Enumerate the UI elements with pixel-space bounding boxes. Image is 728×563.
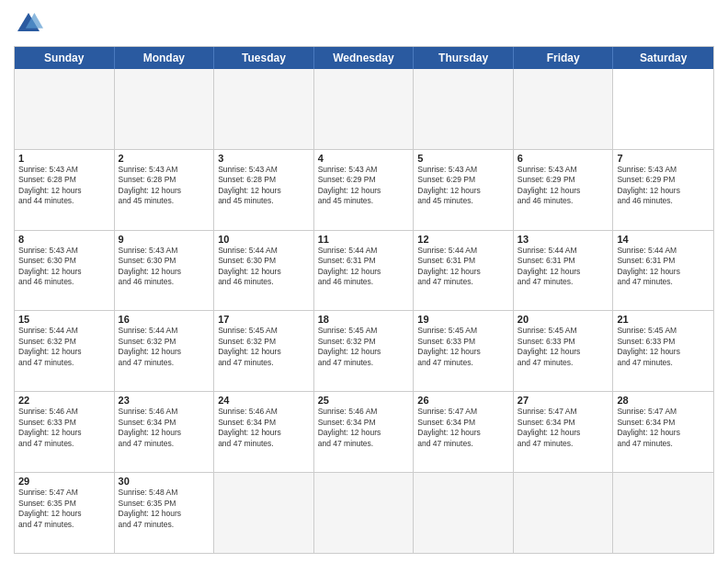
calendar-cell: 7Sunrise: 5:43 AM Sunset: 6:29 PM Daylig… bbox=[613, 150, 713, 230]
day-info: Sunrise: 5:43 AM Sunset: 6:30 PM Dayligh… bbox=[119, 246, 210, 288]
calendar-row-0 bbox=[15, 69, 713, 149]
day-number: 10 bbox=[218, 234, 310, 245]
calendar-cell bbox=[514, 473, 614, 553]
day-info: Sunrise: 5:43 AM Sunset: 6:29 PM Dayligh… bbox=[617, 165, 710, 207]
calendar-cell: 8Sunrise: 5:43 AM Sunset: 6:30 PM Daylig… bbox=[15, 231, 115, 311]
day-info: Sunrise: 5:45 AM Sunset: 6:32 PM Dayligh… bbox=[318, 326, 410, 368]
day-info: Sunrise: 5:43 AM Sunset: 6:29 PM Dayligh… bbox=[417, 165, 509, 207]
calendar-row-5: 29Sunrise: 5:47 AM Sunset: 6:35 PM Dayli… bbox=[15, 472, 713, 553]
calendar-cell: 12Sunrise: 5:44 AM Sunset: 6:31 PM Dayli… bbox=[414, 231, 514, 311]
calendar-cell: 6Sunrise: 5:43 AM Sunset: 6:29 PM Daylig… bbox=[514, 150, 614, 230]
day-info: Sunrise: 5:46 AM Sunset: 6:34 PM Dayligh… bbox=[119, 407, 210, 449]
calendar-cell: 13Sunrise: 5:44 AM Sunset: 6:31 PM Dayli… bbox=[514, 231, 614, 311]
day-number: 21 bbox=[617, 314, 710, 325]
header-day-monday: Monday bbox=[115, 47, 215, 69]
day-info: Sunrise: 5:46 AM Sunset: 6:34 PM Dayligh… bbox=[218, 407, 310, 449]
day-info: Sunrise: 5:47 AM Sunset: 6:35 PM Dayligh… bbox=[18, 488, 110, 530]
day-number: 2 bbox=[119, 153, 210, 164]
day-number: 14 bbox=[617, 234, 710, 245]
calendar-cell: 3Sunrise: 5:43 AM Sunset: 6:28 PM Daylig… bbox=[214, 150, 314, 230]
day-info: Sunrise: 5:44 AM Sunset: 6:31 PM Dayligh… bbox=[318, 246, 410, 288]
day-info: Sunrise: 5:46 AM Sunset: 6:34 PM Dayligh… bbox=[318, 407, 410, 449]
day-number: 7 bbox=[617, 153, 710, 164]
day-info: Sunrise: 5:44 AM Sunset: 6:31 PM Dayligh… bbox=[417, 246, 509, 288]
calendar-cell bbox=[15, 69, 115, 149]
day-number: 22 bbox=[18, 395, 110, 406]
calendar-cell bbox=[613, 69, 713, 149]
header bbox=[14, 9, 714, 39]
day-info: Sunrise: 5:44 AM Sunset: 6:32 PM Dayligh… bbox=[119, 326, 210, 368]
calendar-cell: 20Sunrise: 5:45 AM Sunset: 6:33 PM Dayli… bbox=[514, 311, 614, 391]
calendar-cell: 15Sunrise: 5:44 AM Sunset: 6:32 PM Dayli… bbox=[15, 311, 115, 391]
calendar-row-1: 1Sunrise: 5:43 AM Sunset: 6:28 PM Daylig… bbox=[15, 149, 713, 230]
day-number: 16 bbox=[119, 314, 210, 325]
day-number: 6 bbox=[518, 153, 609, 164]
calendar-cell bbox=[414, 473, 514, 553]
calendar-cell bbox=[414, 69, 514, 149]
day-number: 25 bbox=[318, 395, 410, 406]
day-number: 27 bbox=[518, 395, 609, 406]
day-info: Sunrise: 5:44 AM Sunset: 6:32 PM Dayligh… bbox=[18, 326, 110, 368]
day-info: Sunrise: 5:48 AM Sunset: 6:35 PM Dayligh… bbox=[119, 488, 210, 530]
calendar-cell: 24Sunrise: 5:46 AM Sunset: 6:34 PM Dayli… bbox=[214, 392, 314, 472]
day-number: 13 bbox=[518, 234, 609, 245]
calendar-cell: 5Sunrise: 5:43 AM Sunset: 6:29 PM Daylig… bbox=[414, 150, 514, 230]
calendar-cell: 30Sunrise: 5:48 AM Sunset: 6:35 PM Dayli… bbox=[115, 473, 215, 553]
calendar-cell: 1Sunrise: 5:43 AM Sunset: 6:28 PM Daylig… bbox=[15, 150, 115, 230]
calendar-body: 1Sunrise: 5:43 AM Sunset: 6:28 PM Daylig… bbox=[15, 69, 713, 553]
day-number: 12 bbox=[417, 234, 509, 245]
day-info: Sunrise: 5:43 AM Sunset: 6:28 PM Dayligh… bbox=[18, 165, 110, 207]
header-day-wednesday: Wednesday bbox=[314, 47, 415, 69]
day-number: 5 bbox=[417, 153, 509, 164]
day-number: 9 bbox=[119, 234, 210, 245]
day-number: 26 bbox=[417, 395, 509, 406]
calendar-cell bbox=[613, 473, 713, 553]
calendar-cell: 25Sunrise: 5:46 AM Sunset: 6:34 PM Dayli… bbox=[314, 392, 415, 472]
day-number: 15 bbox=[18, 314, 110, 325]
day-number: 4 bbox=[318, 153, 410, 164]
calendar-cell bbox=[514, 69, 614, 149]
calendar-cell: 27Sunrise: 5:47 AM Sunset: 6:34 PM Dayli… bbox=[514, 392, 614, 472]
day-info: Sunrise: 5:43 AM Sunset: 6:30 PM Dayligh… bbox=[18, 246, 110, 288]
day-number: 11 bbox=[318, 234, 410, 245]
day-number: 23 bbox=[119, 395, 210, 406]
day-number: 28 bbox=[617, 395, 710, 406]
calendar-cell: 2Sunrise: 5:43 AM Sunset: 6:28 PM Daylig… bbox=[115, 150, 215, 230]
day-number: 30 bbox=[119, 476, 210, 487]
calendar-cell: 19Sunrise: 5:45 AM Sunset: 6:33 PM Dayli… bbox=[414, 311, 514, 391]
day-info: Sunrise: 5:44 AM Sunset: 6:31 PM Dayligh… bbox=[518, 246, 609, 288]
calendar-header: SundayMondayTuesdayWednesdayThursdayFrid… bbox=[15, 47, 713, 69]
header-day-sunday: Sunday bbox=[15, 47, 115, 69]
day-number: 17 bbox=[218, 314, 310, 325]
day-info: Sunrise: 5:43 AM Sunset: 6:29 PM Dayligh… bbox=[518, 165, 609, 207]
header-day-thursday: Thursday bbox=[414, 47, 514, 69]
day-number: 1 bbox=[18, 153, 110, 164]
day-info: Sunrise: 5:47 AM Sunset: 6:34 PM Dayligh… bbox=[617, 407, 710, 449]
day-info: Sunrise: 5:44 AM Sunset: 6:31 PM Dayligh… bbox=[617, 246, 710, 288]
day-number: 29 bbox=[18, 476, 110, 487]
header-day-saturday: Saturday bbox=[613, 47, 713, 69]
day-number: 19 bbox=[417, 314, 509, 325]
calendar-cell: 29Sunrise: 5:47 AM Sunset: 6:35 PM Dayli… bbox=[15, 473, 115, 553]
calendar-row-4: 22Sunrise: 5:46 AM Sunset: 6:33 PM Dayli… bbox=[15, 391, 713, 472]
day-number: 24 bbox=[218, 395, 310, 406]
calendar-cell bbox=[214, 69, 314, 149]
calendar-cell: 26Sunrise: 5:47 AM Sunset: 6:34 PM Dayli… bbox=[414, 392, 514, 472]
calendar-cell: 21Sunrise: 5:45 AM Sunset: 6:33 PM Dayli… bbox=[613, 311, 713, 391]
day-info: Sunrise: 5:43 AM Sunset: 6:28 PM Dayligh… bbox=[119, 165, 210, 207]
day-info: Sunrise: 5:44 AM Sunset: 6:30 PM Dayligh… bbox=[218, 246, 310, 288]
day-info: Sunrise: 5:47 AM Sunset: 6:34 PM Dayligh… bbox=[518, 407, 609, 449]
day-info: Sunrise: 5:45 AM Sunset: 6:33 PM Dayligh… bbox=[518, 326, 609, 368]
calendar-cell: 9Sunrise: 5:43 AM Sunset: 6:30 PM Daylig… bbox=[115, 231, 215, 311]
calendar-row-3: 15Sunrise: 5:44 AM Sunset: 6:32 PM Dayli… bbox=[15, 310, 713, 391]
day-info: Sunrise: 5:45 AM Sunset: 6:33 PM Dayligh… bbox=[417, 326, 509, 368]
calendar-cell: 4Sunrise: 5:43 AM Sunset: 6:29 PM Daylig… bbox=[314, 150, 415, 230]
day-info: Sunrise: 5:43 AM Sunset: 6:29 PM Dayligh… bbox=[318, 165, 410, 207]
calendar-cell: 11Sunrise: 5:44 AM Sunset: 6:31 PM Dayli… bbox=[314, 231, 415, 311]
calendar-cell: 23Sunrise: 5:46 AM Sunset: 6:34 PM Dayli… bbox=[115, 392, 215, 472]
calendar-cell: 18Sunrise: 5:45 AM Sunset: 6:32 PM Dayli… bbox=[314, 311, 415, 391]
day-number: 3 bbox=[218, 153, 310, 164]
page: SundayMondayTuesdayWednesdayThursdayFrid… bbox=[0, 0, 728, 563]
calendar-cell: 22Sunrise: 5:46 AM Sunset: 6:33 PM Dayli… bbox=[15, 392, 115, 472]
calendar-cell: 10Sunrise: 5:44 AM Sunset: 6:30 PM Dayli… bbox=[214, 231, 314, 311]
